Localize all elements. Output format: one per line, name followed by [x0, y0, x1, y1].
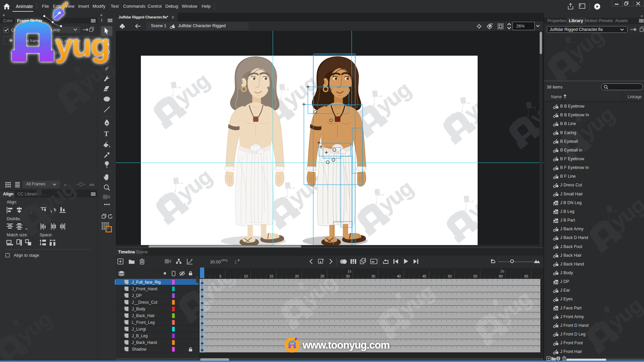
- svg-text:www.toonyug.com: www.toonyug.com: [302, 339, 389, 351]
- svg-text:yug: yug: [55, 27, 109, 63]
